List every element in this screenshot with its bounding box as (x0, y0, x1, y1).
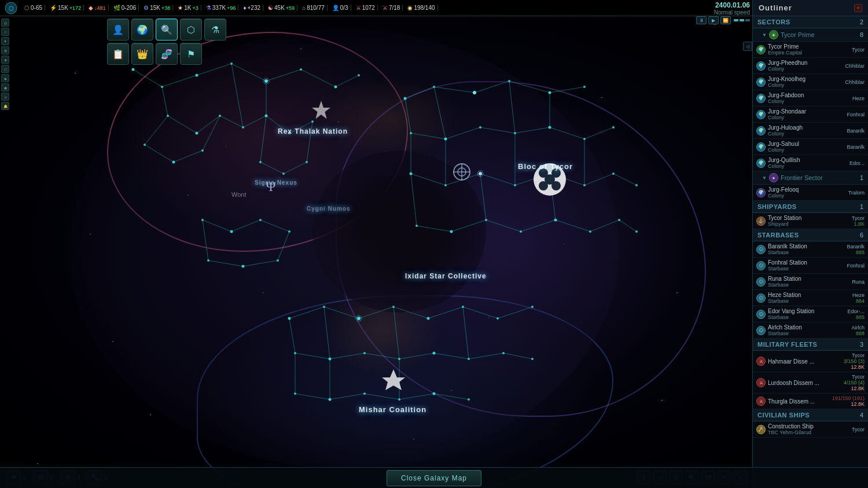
toolbar-btn-5[interactable]: ★ (1, 56, 9, 64)
game-date: 2400.01.06 (715, 1, 750, 9)
civilian-ships-label: Civilian Ships (757, 412, 810, 419)
colony-jurg-pheedhun[interactable]: 🌍 Jurg-Pheedhun Colony Chhiblar (753, 58, 868, 74)
thurgla-fleet-right: 191/150 (191) 12.8K (832, 395, 865, 407)
tycor-prime-icon: ● (769, 30, 778, 39)
jurg-shondaar-icon: 🌍 (756, 110, 766, 119)
frontier-icon: ● (769, 173, 778, 182)
speed-pip-3 (745, 19, 750, 21)
jurg-shondaar-info: Jurg-Shondaar Colony (768, 108, 844, 120)
pause-button[interactable]: ⏸ (696, 16, 707, 24)
construction-ship-icon: 🚀 (756, 425, 766, 434)
shipyards-label: Shipyards (757, 203, 797, 210)
toolbar-btn-6[interactable]: ⬡ (1, 65, 9, 73)
admin-capacity: ◉ 198/140 (405, 5, 437, 11)
toolbar-btn-2[interactable]: ⚐ (1, 28, 9, 36)
sectors-label: Sectors (757, 19, 790, 25)
close-galaxy-map-button[interactable]: Close Galaxy Map (387, 470, 481, 486)
ship-construction[interactable]: 🚀 Construction Ship TBC Yehm-Gilarud Tyc… (753, 421, 868, 438)
jurg-felooq-info: Jurg-Felooq Colony (768, 186, 846, 199)
jurg-sahuul-icon: 🌍 (756, 142, 766, 152)
colony-jurg-quillish[interactable]: 🌍 Jurg-Quillish Colony Edor... (753, 155, 868, 171)
starbases-section-header[interactable]: Starbases 6 (753, 229, 868, 241)
outliner-expand-button[interactable]: ◁ (743, 42, 752, 51)
map-icon-policies[interactable]: 📋 (107, 43, 129, 65)
tycor-prime-right: Tycor (852, 47, 865, 53)
empire-icon[interactable]: ⬡ (5, 2, 17, 14)
fonhral-station-info: Fonhral Station Starbase (768, 259, 844, 271)
colony-jurg-fabdoon[interactable]: 🌍 Jurg-Fabdoon Colony Heze (753, 90, 868, 107)
fast-forward-button[interactable]: ⏩ (720, 16, 731, 24)
airlch-station-right: Airlch 888 (851, 325, 865, 336)
jurg-sahuul-info: Jurg-Sahuul Colony (768, 141, 844, 153)
toolbar-btn-4[interactable]: ⚙ (1, 46, 9, 54)
starbase-airlch[interactable]: ⬡ Airlch Station Starbase Airlch 888 (753, 322, 868, 339)
toolbar-btn-8[interactable]: ◉ (1, 83, 9, 91)
starbase-edor-vang[interactable]: ⬡ Edor Vang Station Starbase Edor-... 88… (753, 306, 868, 322)
date-display: 2400.01.06 Normal speed (714, 1, 750, 16)
fleet-lurdoosh[interactable]: ⚔ Lurdoosh Dissem ... Tycor 4/150 (4) 12… (753, 372, 868, 394)
map-icon-research[interactable]: ⚗ (204, 19, 226, 41)
jurg-shondaar-right: Fonhral (847, 112, 865, 118)
jurg-knoolheg-info: Jurg-Knoolheg Colony (768, 76, 843, 88)
alloys-resource: ⚙ 15K +38 (141, 5, 173, 11)
colony-jurg-huloagh[interactable]: 🌍 Jurg-Huloagh Colony Baranlk (753, 123, 868, 139)
housing-resource: ⌂ 810/77 (300, 5, 328, 11)
shipyards-count: 1 (860, 203, 863, 210)
heze-station-info: Heze Station Starbase (768, 292, 850, 304)
toolbar-btn-3[interactable]: ♦ (1, 37, 9, 45)
fleet-thurgla[interactable]: ⚔ Thurgla Dissem ... 191/150 (191) 12.8K (753, 394, 868, 409)
tycor-station-icon: ⚓ (756, 217, 766, 226)
runa-station-right: Runa (852, 279, 865, 285)
starbase-runa[interactable]: ⬡ Runa Station Starbase Runa (753, 274, 868, 290)
military-fleets-section-header[interactable]: Military Fleets 3 (753, 339, 868, 351)
map-icon-species[interactable]: 🧬 (156, 43, 178, 65)
galaxy-map[interactable]: Ψ Bloc of Tycor Mishar Coalition Ixidar … (0, 0, 752, 488)
colony-jurg-sahuul[interactable]: 🌍 Jurg-Sahuul Colony Baranlk (753, 139, 868, 155)
colony-jurg-felooq[interactable]: 🌍 Jurg-Felooq Colony Tralorn (753, 185, 868, 201)
toolbar-btn-7[interactable]: ☯ (1, 74, 9, 82)
colony-tycor-prime[interactable]: 🌍 Tycor Prime Empire Capital Tycor (753, 42, 868, 58)
hahmaar-fleet-icon: ⚔ (756, 357, 766, 366)
civilian-ships-section-header[interactable]: Civilian Ships 4 (753, 409, 868, 421)
outliner-content[interactable]: Sectors 2 ▼ ● Tycor Prime 8 🌍 Tycor Prim… (753, 16, 868, 488)
starbases-label: Starbases (757, 232, 799, 239)
jurg-fabdoon-icon: 🌍 (756, 94, 766, 103)
lurdoosh-fleet-right: Tycor 4/150 (4) 12.8K (844, 374, 865, 391)
thurgla-fleet-info: Thurgla Dissem ... (768, 398, 830, 405)
airlch-station-info: Airlch Station Starbase (768, 324, 849, 336)
play-button[interactable]: ▶ (708, 16, 719, 24)
map-icon-leaders[interactable]: 👑 (131, 43, 153, 65)
tycor-prime-subsection[interactable]: ▼ ● Tycor Prime 8 (753, 28, 868, 42)
outliner-header: Outliner × (753, 0, 868, 16)
map-icon-galaxy[interactable]: 🔍 (156, 19, 178, 41)
outliner-close-button[interactable]: × (854, 4, 862, 12)
jurg-pheedhun-info: Jurg-Pheedhun Colony (768, 60, 843, 72)
jurg-huloagh-info: Jurg-Huloagh Colony (768, 124, 844, 137)
construction-ship-right: Tycor (852, 427, 865, 432)
frontier-sector-subsection[interactable]: ▼ ● Frontier Sector 1 (753, 171, 868, 185)
toolbar-btn-9[interactable]: ⚔ (1, 93, 9, 101)
fleet-hahmaar[interactable]: ⚔ Hahmaar Disse ... Tycor 3/150 (3) 12.8… (753, 351, 868, 372)
minerals-resource: ◆ ↓481 (86, 5, 109, 11)
colony-jurg-shondaar[interactable]: 🌍 Jurg-Shondaar Colony Fonhral (753, 107, 868, 123)
map-icon-planets[interactable]: 🌍 (131, 19, 153, 41)
toolbar-btn-1[interactable]: ◎ (1, 19, 9, 27)
starbase-fonhral[interactable]: ⬡ Fonhral Station Starbase Fonhral (753, 258, 868, 274)
shipyard-tycor-station[interactable]: ⚓ Tycor Station Shipyard Tycor 1.8K (753, 213, 868, 229)
jurg-quillish-info: Jurg-Quillish Colony (768, 157, 847, 169)
map-icon-factions[interactable]: ⚑ (180, 43, 202, 65)
starbase-heze[interactable]: ⬡ Heze Station Starbase Heze 884 (753, 290, 868, 306)
energy-resource: ⚡ 15K +172 (47, 5, 84, 11)
map-icon-population[interactable]: 👤 (107, 19, 129, 41)
starbase-baranlk[interactable]: ⬡ Baranlk Station Starbase Baranlk 885 (753, 241, 868, 258)
lurdoosh-fleet-icon: ⚔ (756, 378, 766, 387)
colony-jurg-knoolheg[interactable]: 🌍 Jurg-Knoolheg Colony Chhiblar (753, 74, 868, 90)
construction-ship-info: Construction Ship TBC Yehm-Gilarud (768, 423, 849, 435)
sectors-section-header[interactable]: Sectors 2 (753, 16, 868, 28)
toolbar-btn-10[interactable]: 🔔 (1, 102, 9, 110)
influence-resource: ⬡ 0-65 (22, 5, 45, 11)
left-toolbar: ◎ ⚐ ♦ ⚙ ★ ⬡ ☯ ◉ ⚔ 🔔 (0, 16, 10, 112)
map-icon-sectors[interactable]: ⬡ (180, 19, 202, 41)
play-controls: ⏸ ▶ ⏩ (696, 16, 750, 24)
shipyards-section-header[interactable]: Shipyards 1 (753, 201, 868, 213)
